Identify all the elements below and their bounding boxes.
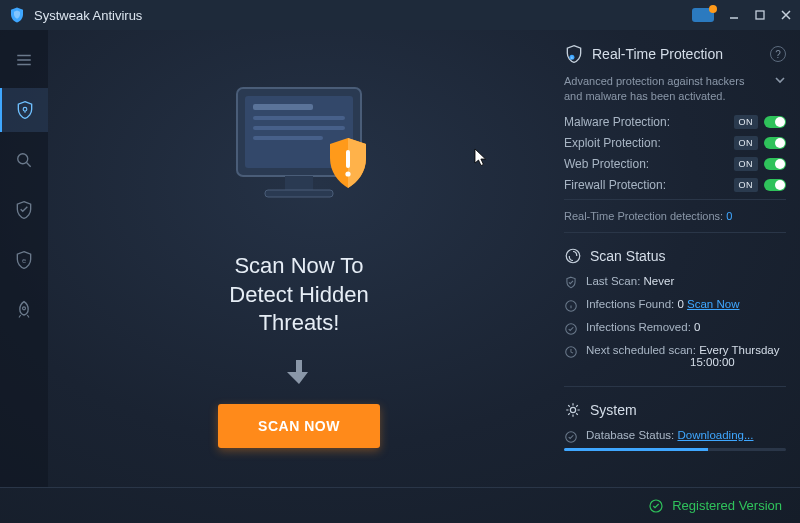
svg-rect-13 — [346, 150, 350, 168]
svg-rect-11 — [285, 176, 313, 190]
svg-text:e: e — [22, 256, 26, 265]
info-icon — [564, 299, 578, 313]
svg-point-14 — [345, 171, 350, 176]
warning-shield-icon — [325, 136, 371, 192]
down-arrow-icon — [284, 356, 314, 386]
monitor-illustration — [219, 80, 379, 230]
sidebar-item-boost[interactable] — [0, 288, 48, 332]
toggle-firewall[interactable] — [764, 179, 786, 191]
rtp-detections: Real-Time Protection detections: 0 — [564, 199, 786, 222]
footer: Registered Version — [0, 487, 800, 523]
sidebar-item-quarantine[interactable]: e — [0, 238, 48, 282]
shield-icon: i — [564, 44, 584, 64]
svg-rect-7 — [253, 104, 313, 110]
center-panel: Scan Now To Detect Hidden Threats! SCAN … — [48, 30, 550, 487]
check-circle-icon — [564, 430, 578, 444]
maximize-button[interactable] — [754, 9, 766, 21]
rtp-title: Real-Time Protection — [592, 46, 723, 62]
svg-rect-9 — [253, 126, 345, 130]
toggle-malware[interactable] — [764, 116, 786, 128]
rtp-note: Advanced protection against hackersand m… — [564, 74, 786, 105]
database-status-link[interactable]: Downloading... — [677, 429, 753, 441]
gear-icon — [564, 401, 582, 419]
registered-check-icon — [648, 498, 664, 514]
row-firewall-protection: Firewall Protection: ON — [564, 178, 786, 192]
svg-point-21 — [570, 407, 575, 412]
help-icon[interactable]: ? — [770, 46, 786, 62]
download-progress — [564, 448, 786, 451]
purchase-icon[interactable] — [692, 8, 714, 22]
clock-icon — [564, 345, 578, 359]
minimize-button[interactable] — [728, 9, 740, 21]
sidebar-item-scan[interactable] — [0, 138, 48, 182]
app-logo-icon — [8, 6, 26, 24]
svg-rect-12 — [265, 190, 333, 197]
toggle-web[interactable] — [764, 158, 786, 170]
check-circle-icon — [564, 322, 578, 336]
registered-label: Registered Version — [672, 498, 782, 513]
right-panel: i Real-Time Protection ? Advanced protec… — [550, 30, 800, 487]
svg-point-2 — [18, 154, 28, 164]
svg-rect-8 — [253, 116, 345, 120]
row-infections-found: Infections Found: 0 Scan Now — [564, 298, 786, 313]
svg-text:i: i — [571, 55, 572, 60]
check-shield-icon — [564, 276, 578, 290]
sidebar-item-protection[interactable] — [0, 188, 48, 232]
scan-status-icon — [564, 247, 582, 265]
svg-point-4 — [23, 307, 26, 310]
close-button[interactable] — [780, 9, 792, 21]
row-infections-removed: Infections Removed: 0 — [564, 321, 786, 336]
row-malware-protection: Malware Protection: ON — [564, 115, 786, 129]
titlebar: Systweak Antivirus — [0, 0, 800, 30]
app-title: Systweak Antivirus — [34, 8, 142, 23]
sidebar: e — [0, 30, 48, 487]
scan-now-link[interactable]: Scan Now — [687, 298, 739, 310]
headline: Scan Now To Detect Hidden Threats! — [229, 252, 368, 338]
toggle-exploit[interactable] — [764, 137, 786, 149]
row-last-scan: Last Scan: Never — [564, 275, 786, 290]
row-database-status: Database Status: Downloading... — [564, 429, 786, 444]
scan-now-button[interactable]: SCAN NOW — [218, 404, 380, 448]
system-title: System — [590, 402, 637, 418]
svg-point-1 — [23, 107, 27, 111]
row-next-scan: Next scheduled scan: Every Thursday15:00… — [564, 344, 786, 368]
row-exploit-protection: Exploit Protection: ON — [564, 136, 786, 150]
svg-rect-10 — [253, 136, 323, 140]
svg-rect-0 — [756, 11, 764, 19]
scan-status-title: Scan Status — [590, 248, 666, 264]
chevron-down-icon[interactable] — [774, 74, 786, 86]
sidebar-menu-button[interactable] — [0, 38, 48, 82]
row-web-protection: Web Protection: ON — [564, 157, 786, 171]
sidebar-item-home[interactable] — [0, 88, 48, 132]
